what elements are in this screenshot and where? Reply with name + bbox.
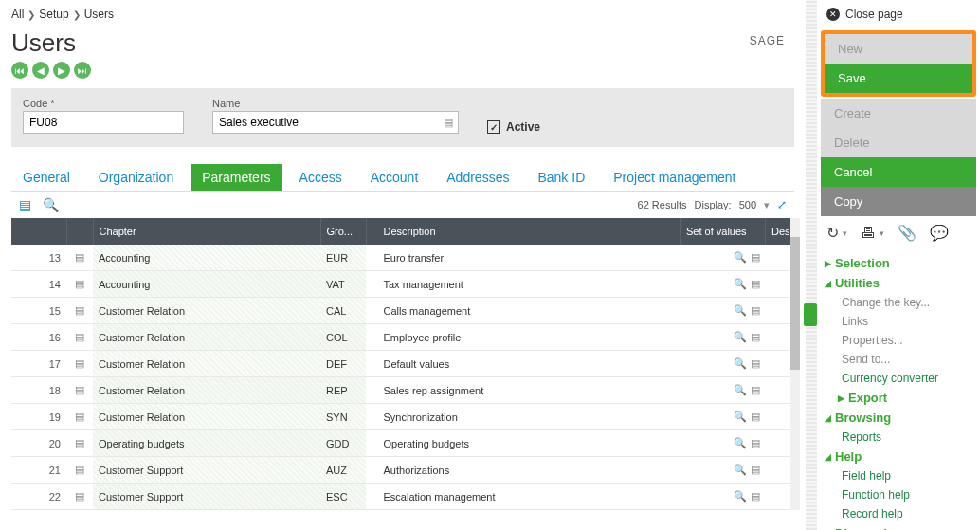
attach-icon[interactable]: 📎 <box>898 224 916 242</box>
card-icon[interactable]: ▤ <box>751 331 760 342</box>
crumb-all[interactable]: All <box>11 8 24 21</box>
lookup-icon[interactable]: 🔍 <box>734 278 747 289</box>
lookup-icon[interactable]: 🔍 <box>734 357 747 369</box>
section-utilities[interactable]: ◢Utilities <box>825 273 976 293</box>
menu-field-help[interactable]: Field help <box>825 466 976 485</box>
col-chapter[interactable]: Chapter <box>93 218 320 245</box>
table-row[interactable]: 18▤Customer RelationREPSales rep assignm… <box>11 377 794 404</box>
row-detail-icon[interactable]: ▤ <box>66 271 93 298</box>
detail-icon[interactable]: ▤ <box>19 197 31 212</box>
menu-send-to[interactable]: Send to... <box>825 350 976 369</box>
crumb-setup[interactable]: Setup <box>39 8 68 21</box>
cell-description: Calls management <box>378 298 681 324</box>
lookup-icon[interactable]: 🔍 <box>734 490 747 502</box>
nav-prev-icon[interactable]: ◀ <box>32 62 49 79</box>
cancel-button[interactable]: Cancel <box>821 157 976 187</box>
row-detail-icon[interactable]: ▤ <box>66 324 93 351</box>
scrollbar[interactable] <box>790 218 800 510</box>
lookup-icon[interactable]: 🔍 <box>734 251 747 263</box>
table-row[interactable]: 21▤Customer SupportAUZAuthorizations🔍▤ <box>11 457 794 484</box>
name-lookup-icon[interactable]: ▤ <box>444 117 453 129</box>
lookup-icon[interactable]: 🔍 <box>734 464 747 475</box>
table-row[interactable]: 19▤Customer RelationSYNSynchronization🔍▤ <box>11 404 794 430</box>
tab-addresses[interactable]: Addresses <box>435 164 520 191</box>
lookup-icon[interactable]: 🔍 <box>734 331 747 342</box>
section-help[interactable]: ◢Help <box>825 447 976 466</box>
tab-access[interactable]: Access <box>288 164 354 191</box>
lookup-icon[interactable]: 🔍 <box>734 437 747 448</box>
menu-reports[interactable]: Reports <box>825 428 976 447</box>
lookup-icon[interactable]: 🔍 <box>734 304 747 316</box>
tab-bank-id[interactable]: Bank ID <box>526 164 596 191</box>
col-des[interactable]: Des <box>766 218 794 245</box>
row-detail-icon[interactable]: ▤ <box>66 245 93 271</box>
row-number: 20 <box>11 430 66 457</box>
close-page[interactable]: ✕ Close page <box>826 8 976 21</box>
refresh-icon[interactable]: ↻ <box>826 224 839 242</box>
menu-record-help[interactable]: Record help <box>825 504 976 523</box>
table-row[interactable]: 22▤Customer SupportESCEscalation managem… <box>11 484 794 510</box>
table-row[interactable]: 16▤Customer RelationCOLEmployee profile🔍… <box>11 324 794 351</box>
section-selection[interactable]: ▶Selection <box>825 253 976 273</box>
nav-next-icon[interactable]: ▶ <box>53 62 70 79</box>
table-row[interactable]: 17▤Customer RelationDEFDefault values🔍▤ <box>11 351 794 377</box>
col-set-of-values[interactable]: Set of values <box>681 218 766 245</box>
expand-icon[interactable]: ⤢ <box>777 198 787 211</box>
menu-links[interactable]: Links <box>825 312 976 331</box>
menu-function-help[interactable]: Function help <box>825 485 976 504</box>
card-icon[interactable]: ▤ <box>751 490 760 502</box>
tab-organization[interactable]: Organization <box>87 164 185 191</box>
copy-button[interactable]: Copy <box>821 187 976 216</box>
row-detail-icon[interactable]: ▤ <box>66 298 93 324</box>
tab-project-management[interactable]: Project management <box>602 164 747 191</box>
divider-grip-icon[interactable] <box>804 303 817 326</box>
new-button[interactable]: New <box>825 34 972 64</box>
lookup-icon[interactable]: 🔍 <box>734 411 747 422</box>
delete-button[interactable]: Delete <box>821 128 976 157</box>
card-icon[interactable]: ▤ <box>751 464 760 475</box>
row-detail-icon[interactable]: ▤ <box>66 377 93 404</box>
card-icon[interactable]: ▤ <box>751 304 760 316</box>
create-button[interactable]: Create <box>821 99 976 128</box>
display-dropdown-icon[interactable]: ▾ <box>764 199 770 211</box>
comment-icon[interactable]: 💬 <box>930 224 949 242</box>
save-button[interactable]: Save <box>825 64 972 93</box>
name-input[interactable] <box>212 111 459 134</box>
active-checkbox[interactable]: ✓ Active <box>487 120 540 134</box>
table-row[interactable]: 20▤Operating budgetsGDDOperating budgets… <box>11 430 794 457</box>
section-browsing[interactable]: ◢Browsing <box>825 408 976 428</box>
table-row[interactable]: 15▤Customer RelationCALCalls management🔍… <box>11 298 794 324</box>
row-detail-icon[interactable]: ▤ <box>66 430 93 457</box>
col-description[interactable]: Description <box>378 218 681 245</box>
menu-change-key[interactable]: Change the key... <box>825 293 976 312</box>
section-export[interactable]: ▶Export <box>825 388 976 408</box>
table-row[interactable]: 14▤AccountingVATTax management🔍▤ <box>11 271 794 298</box>
nav-last-icon[interactable]: ⏭ <box>74 62 91 79</box>
lookup-icon[interactable]: 🔍 <box>734 384 747 395</box>
row-detail-icon[interactable]: ▤ <box>66 457 93 484</box>
card-icon[interactable]: ▤ <box>751 251 760 263</box>
card-icon[interactable]: ▤ <box>751 278 760 289</box>
print-icon[interactable]: 🖶 <box>861 225 876 242</box>
crumb-users[interactable]: Users <box>84 8 114 21</box>
section-diagnosis[interactable]: ◢Diagnosis <box>825 523 976 530</box>
table-row[interactable]: 13▤AccountingEUREuro transfer🔍▤ <box>11 245 794 271</box>
card-icon[interactable]: ▤ <box>751 384 760 395</box>
menu-currency-converter[interactable]: Currency converter <box>825 369 976 388</box>
row-detail-icon[interactable]: ▤ <box>66 404 93 430</box>
row-detail-icon[interactable]: ▤ <box>66 484 93 510</box>
panel-divider[interactable] <box>806 0 817 530</box>
card-icon[interactable]: ▤ <box>751 437 760 448</box>
display-value[interactable]: 500 <box>739 199 756 210</box>
tab-parameters[interactable]: Parameters <box>191 164 281 191</box>
row-detail-icon[interactable]: ▤ <box>66 351 93 377</box>
code-input[interactable] <box>23 111 184 134</box>
card-icon[interactable]: ▤ <box>751 357 760 369</box>
col-group[interactable]: Gro... <box>320 218 366 245</box>
search-icon[interactable]: 🔍 <box>43 197 59 212</box>
nav-first-icon[interactable]: ⏮ <box>11 62 28 79</box>
tab-account[interactable]: Account <box>359 164 430 191</box>
card-icon[interactable]: ▤ <box>751 411 760 422</box>
menu-properties[interactable]: Properties... <box>825 331 976 350</box>
tab-general[interactable]: General <box>11 164 82 191</box>
